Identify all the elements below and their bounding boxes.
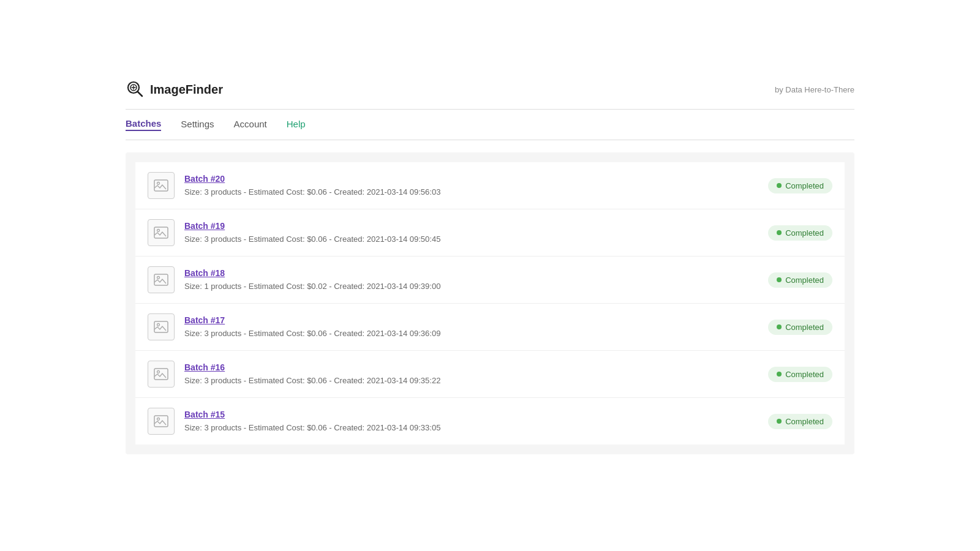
batch-item: Batch #19 Size: 3 products - Estimated C…	[135, 209, 845, 257]
svg-point-8	[157, 230, 160, 232]
svg-point-12	[157, 324, 160, 326]
batch-item: Batch #18 Size: 1 products - Estimated C…	[135, 257, 845, 304]
batch-name[interactable]: Batch #17	[184, 315, 758, 325]
svg-point-6	[157, 182, 160, 185]
image-placeholder-icon	[153, 319, 169, 335]
batch-details: Size: 3 products - Estimated Cost: $0.06…	[184, 376, 440, 385]
svg-point-10	[157, 277, 160, 279]
status-badge: Completed	[768, 272, 832, 288]
logo-area: ImageFinder	[126, 80, 223, 99]
status-dot	[777, 372, 782, 377]
status-badge: Completed	[768, 414, 832, 429]
svg-point-14	[157, 371, 160, 373]
status-label: Completed	[785, 323, 824, 332]
status-label: Completed	[785, 370, 824, 379]
image-placeholder-icon	[153, 272, 169, 288]
batch-info: Batch #20 Size: 3 products - Estimated C…	[184, 174, 758, 197]
batch-icon	[148, 408, 175, 435]
batch-info: Batch #19 Size: 3 products - Estimated C…	[184, 221, 758, 244]
batch-info: Batch #18 Size: 1 products - Estimated C…	[184, 268, 758, 291]
batch-name[interactable]: Batch #20	[184, 174, 758, 184]
svg-rect-13	[154, 369, 168, 380]
nav-account[interactable]: Account	[234, 119, 267, 130]
nav-settings[interactable]: Settings	[181, 119, 214, 130]
status-dot	[777, 419, 782, 424]
batch-info: Batch #17 Size: 3 products - Estimated C…	[184, 315, 758, 339]
batch-icon	[148, 361, 175, 388]
batch-details: Size: 3 products - Estimated Cost: $0.06…	[184, 329, 440, 338]
svg-rect-15	[154, 416, 168, 427]
nav-batches[interactable]: Batches	[126, 118, 161, 131]
batch-name[interactable]: Batch #19	[184, 221, 758, 231]
status-label: Completed	[785, 181, 824, 190]
batch-list: Batch #20 Size: 3 products - Estimated C…	[135, 162, 845, 444]
app-byline: by Data Here-to-There	[775, 85, 854, 94]
batch-name[interactable]: Batch #15	[184, 410, 758, 419]
nav-help[interactable]: Help	[287, 119, 306, 130]
svg-line-1	[138, 92, 143, 97]
svg-rect-7	[154, 227, 168, 238]
batch-info: Batch #15 Size: 3 products - Estimated C…	[184, 410, 758, 433]
status-label: Completed	[785, 228, 824, 238]
batch-name[interactable]: Batch #18	[184, 268, 758, 278]
batch-icon	[148, 172, 175, 199]
batch-icon	[148, 266, 175, 293]
status-badge: Completed	[768, 225, 832, 241]
status-badge: Completed	[768, 178, 832, 193]
app-header: ImageFinder by Data Here-to-There	[0, 80, 980, 109]
image-placeholder-icon	[153, 413, 169, 429]
svg-point-16	[157, 418, 160, 421]
batch-item: Batch #20 Size: 3 products - Estimated C…	[135, 162, 845, 209]
batch-details: Size: 3 products - Estimated Cost: $0.06…	[184, 234, 440, 244]
image-placeholder-icon	[153, 366, 169, 382]
status-badge: Completed	[768, 367, 832, 382]
status-dot	[777, 324, 782, 329]
status-dot	[777, 230, 782, 235]
batch-details: Size: 3 products - Estimated Cost: $0.06…	[184, 187, 440, 197]
batch-item: Batch #15 Size: 3 products - Estimated C…	[135, 398, 845, 444]
batch-icon	[148, 219, 175, 246]
svg-rect-9	[154, 274, 168, 285]
app-title: ImageFinder	[150, 83, 223, 97]
batch-icon	[148, 313, 175, 340]
batch-item: Batch #17 Size: 3 products - Estimated C…	[135, 304, 845, 351]
logo-icon	[126, 80, 145, 99]
main-nav: Batches Settings Account Help	[0, 110, 980, 140]
batch-details: Size: 3 products - Estimated Cost: $0.06…	[184, 423, 440, 432]
batch-details: Size: 1 products - Estimated Cost: $0.02…	[184, 282, 440, 291]
batch-info: Batch #16 Size: 3 products - Estimated C…	[184, 362, 758, 386]
status-label: Completed	[785, 417, 824, 426]
svg-rect-11	[154, 321, 168, 332]
status-dot	[777, 183, 782, 188]
batch-name[interactable]: Batch #16	[184, 362, 758, 372]
image-placeholder-icon	[153, 178, 169, 193]
batch-item: Batch #16 Size: 3 products - Estimated C…	[135, 351, 845, 398]
svg-rect-5	[154, 180, 168, 191]
nav-divider	[126, 140, 854, 140]
status-badge: Completed	[768, 320, 832, 335]
image-placeholder-icon	[153, 225, 169, 241]
status-label: Completed	[785, 276, 824, 285]
status-dot	[777, 277, 782, 282]
main-content: Batch #20 Size: 3 products - Estimated C…	[126, 152, 854, 454]
